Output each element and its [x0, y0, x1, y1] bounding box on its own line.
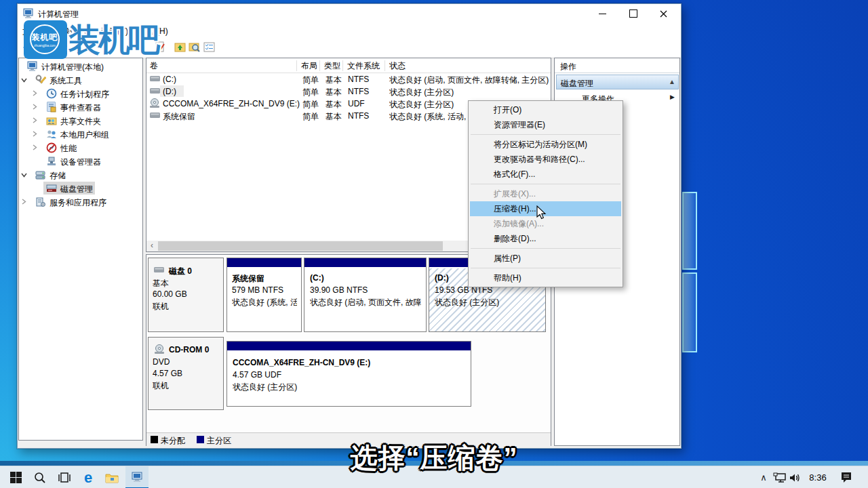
partition-color-bar: [227, 258, 301, 268]
menu-item-mark-active[interactable]: 将分区标记为活动分区(M): [470, 137, 621, 152]
tree-item-shared-folders[interactable]: 共享文件夹: [18, 114, 143, 127]
col-status[interactable]: 状态: [389, 60, 406, 72]
chevron-down-icon[interactable]: [21, 77, 27, 83]
tree-item-services-applications[interactable]: 服务和应用程序: [18, 195, 143, 209]
tree-item-computer-management[interactable]: 计算机管理(本地): [18, 60, 143, 73]
menu-separator: [471, 134, 620, 135]
network-icon: [773, 472, 786, 483]
menu-item-format[interactable]: 格式化(F)...: [470, 167, 621, 182]
legend-unallocated-label: 未分配: [161, 435, 185, 447]
edge-button[interactable]: e: [77, 466, 100, 488]
volume-tray-button[interactable]: [785, 466, 806, 488]
storage-icon: [35, 169, 46, 180]
badge-text: 装机吧: [31, 32, 58, 43]
clock-text: 8:36: [809, 472, 826, 483]
drive-icon: [150, 76, 160, 82]
menu-item-help[interactable]: 帮助(H): [470, 270, 621, 285]
legend-unallocated-swatch: [151, 436, 158, 443]
volume-table-header: 卷 布局 类型 文件系统 状态: [146, 58, 551, 73]
tree-item-disk-management[interactable]: 磁盘管理: [18, 182, 143, 195]
partition-system-reserved[interactable]: 系统保留 579 MB NTFS 状态良好 (系统, 活动, 主分区): [226, 258, 302, 332]
close-icon: [660, 10, 667, 18]
close-button[interactable]: [648, 4, 679, 23]
menu-separator: [471, 184, 620, 184]
column-separator[interactable]: [342, 60, 343, 71]
clock-icon: [46, 88, 57, 99]
volume-row-d[interactable]: (D:) 简单 基本 NTFS 状态良好 (主分区): [146, 85, 551, 98]
wallpaper-logo-glow: [682, 272, 697, 352]
chevron-right-icon[interactable]: [32, 90, 38, 96]
action-center-icon: [840, 472, 852, 483]
menu-item-explorer[interactable]: 资源管理器(E): [470, 117, 621, 132]
users-icon: [46, 129, 57, 140]
volume-row-c[interactable]: (C:) 简单 基本 NTFS 状态良好 (启动, 页面文件, 故障转储, 主分…: [146, 73, 551, 85]
partition-c[interactable]: (C:) 39.90 GB NTFS 状态良好 (启动, 页面文件, 故障转储,…: [304, 258, 427, 332]
column-separator[interactable]: [296, 60, 297, 71]
drive-icon: [150, 88, 160, 94]
file-explorer-button[interactable]: [100, 466, 123, 488]
chevron-right-icon[interactable]: [32, 104, 38, 110]
checklist-button[interactable]: [203, 41, 216, 54]
windows-logo-icon: [10, 472, 22, 483]
menu-item-change-letter[interactable]: 更改驱动器号和路径(C)...: [470, 152, 621, 167]
mouse-cursor: [536, 205, 547, 220]
computer-management-taskbar-button[interactable]: [125, 466, 149, 488]
tree-item-local-users-groups[interactable]: 本地用户和组: [18, 127, 143, 141]
tree-item-task-scheduler[interactable]: 任务计划程序: [18, 87, 143, 100]
chevron-up-icon: ∧: [760, 472, 767, 483]
menu-item-open[interactable]: 打开(O): [470, 102, 621, 117]
chevron-right-icon[interactable]: [32, 144, 38, 150]
actions-header: 操作: [560, 61, 576, 73]
disk0-type: 基本: [153, 278, 169, 289]
chevron-right-icon[interactable]: [32, 131, 38, 137]
speaker-icon: [789, 472, 802, 483]
col-filesystem[interactable]: 文件系统: [347, 60, 380, 72]
tree-item-performance[interactable]: 性能: [18, 141, 143, 155]
cdrom-status: 联机: [153, 380, 169, 392]
zhuangjiba-badge-circle: 装机吧 zhuangjiba.com: [30, 24, 60, 54]
tree-item-device-manager[interactable]: 设备管理器: [18, 155, 143, 168]
more-arrow-icon: ▶: [670, 94, 675, 100]
partition-color-bar: [304, 258, 426, 268]
folder-search-button[interactable]: [189, 41, 201, 54]
zhuangjiba-watermark-text: 装机吧: [68, 19, 158, 62]
menu-separator: [471, 248, 620, 249]
disk0-size: 60.00 GB: [153, 289, 187, 299]
subtitle-text: 选择“压缩卷”: [217, 439, 651, 476]
col-layout[interactable]: 布局: [301, 60, 317, 72]
task-view-button[interactable]: [53, 466, 76, 488]
cdrom-media-box[interactable]: CCCOMA_X64FRE_ZH-CN_DV9 (E:) 4.57 GB UDF…: [226, 341, 471, 407]
chevron-down-icon[interactable]: [21, 172, 27, 178]
disk0-header-box[interactable]: 磁盘 0 基本 60.00 GB 联机: [148, 258, 224, 332]
maximize-button[interactable]: [618, 4, 648, 23]
scrollbar-thumb[interactable]: [158, 241, 443, 251]
start-button[interactable]: [4, 466, 27, 488]
search-button[interactable]: [28, 466, 52, 488]
menu-item-properties[interactable]: 属性(P): [470, 251, 621, 266]
column-separator[interactable]: [319, 60, 320, 71]
event-log-icon: [46, 102, 57, 113]
actions-section-disk-management[interactable]: 磁盘管理 ▲: [556, 75, 679, 89]
menu-item-delete-volume[interactable]: 删除卷(D)...: [470, 231, 621, 246]
collapse-icon[interactable]: ▲: [669, 78, 675, 85]
device-manager-icon: [46, 156, 57, 167]
action-center-button[interactable]: [834, 466, 859, 488]
context-menu: 打开(O) 资源管理器(E) 将分区标记为活动分区(M) 更改驱动器号和路径(C…: [468, 100, 623, 287]
menu-separator: [471, 268, 620, 268]
chevron-right-icon[interactable]: [21, 199, 27, 205]
minimize-button[interactable]: [587, 4, 618, 23]
col-volume[interactable]: 卷: [150, 60, 158, 72]
scroll-left-button[interactable]: ‹: [146, 241, 157, 251]
column-separator[interactable]: [384, 60, 385, 71]
edge-icon: e: [84, 471, 92, 485]
folder-up-button[interactable]: [174, 41, 186, 54]
tree-item-event-viewer[interactable]: 事件查看器: [18, 100, 143, 114]
clock[interactable]: 8:36: [804, 466, 831, 488]
tree-item-storage[interactable]: 存储: [18, 168, 143, 182]
col-type[interactable]: 类型: [324, 60, 340, 72]
tree-item-system-tools[interactable]: 系统工具: [18, 73, 143, 87]
drive-icon: [154, 267, 164, 273]
badge-subtext: zhuangjiba.com: [31, 44, 58, 47]
cdrom-header-box[interactable]: CD-ROM 0 DVD 4.57 GB 联机: [148, 337, 224, 410]
actions-header-underline: [555, 73, 679, 73]
